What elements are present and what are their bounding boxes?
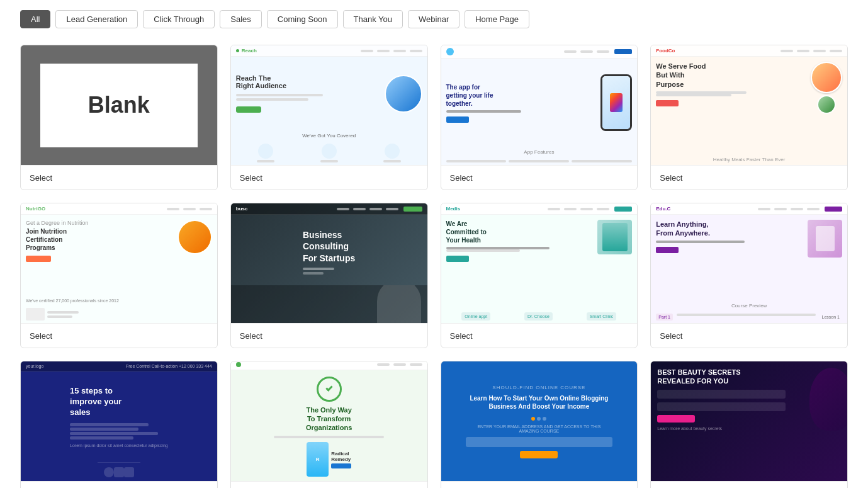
template-card-health[interactable]: Medis We AreCommitted toYour Health <box>441 203 638 348</box>
select-business: Select <box>240 331 262 341</box>
food-logo: FoodCo <box>656 48 675 54</box>
mock-subtitle: We've Got You Covered <box>231 130 427 141</box>
sales-logo: your.logo <box>26 364 43 368</box>
edu-logo: Edu.C <box>656 206 670 212</box>
health-logo: Medis <box>446 206 461 212</box>
template-card-food[interactable]: FoodCo We Serve FoodBut WithPurpose <box>650 45 848 190</box>
template-grid: Blank Select Reach <box>0 38 868 488</box>
template-card-reach-audience[interactable]: Reach Reach TheRight Audience <box>230 45 428 190</box>
template-card-edu[interactable]: Edu.C Learn Anything,From Anywhere. <box>650 203 848 348</box>
filter-home-page[interactable]: Home Page <box>465 10 529 28</box>
template-card-nutrition[interactable]: NutriGO Get a Degree in Nutrition Join N… <box>20 203 218 348</box>
template-card-sales[interactable]: your.logo Free Control Call-to-action +1… <box>20 361 218 488</box>
template-card-business[interactable]: busc BusinessConsultingFor Startups <box>230 203 428 348</box>
nutrition-logo: NutriGO <box>26 206 45 212</box>
blank-label: Blank <box>88 92 150 118</box>
select-health: Select <box>450 331 473 341</box>
template-card-blank[interactable]: Blank Select <box>20 45 218 190</box>
select-edu: Select <box>660 331 682 341</box>
business-logo: busc <box>236 206 248 212</box>
select-blank: Select <box>30 173 52 183</box>
template-card-beauty[interactable]: BEST BEAUTY SECRETSREVEALED FOR YOU Lear… <box>650 361 848 488</box>
select-food: Select <box>660 173 682 183</box>
select-app-life: Select <box>450 173 473 183</box>
filter-sales[interactable]: Sales <box>220 10 262 28</box>
mock-logo-text: Reach <box>242 48 257 54</box>
template-card-app-life[interactable]: The app forgetting your lifetogether. Ap… <box>441 45 638 190</box>
filter-lead-generation[interactable]: Lead Generation <box>55 10 138 28</box>
filter-coming-soon[interactable]: Coming Soon <box>267 10 338 28</box>
select-reach-audience: Select <box>240 173 262 183</box>
filter-thank-you[interactable]: Thank You <box>343 10 403 28</box>
select-nutrition: Select <box>30 331 52 341</box>
template-card-blogging[interactable]: SHOULD-FIND ONLINE COURSE Learn How To S… <box>441 361 638 488</box>
filter-webinar[interactable]: Webinar <box>408 10 459 28</box>
filter-bar: All Lead Generation Click Through Sales … <box>0 0 868 38</box>
template-card-transform[interactable]: The Only WayTo TransformOrganizations R … <box>230 361 428 488</box>
filter-click-through[interactable]: Click Through <box>143 10 215 28</box>
filter-all[interactable]: All <box>20 10 50 28</box>
logo-dot <box>236 49 239 52</box>
